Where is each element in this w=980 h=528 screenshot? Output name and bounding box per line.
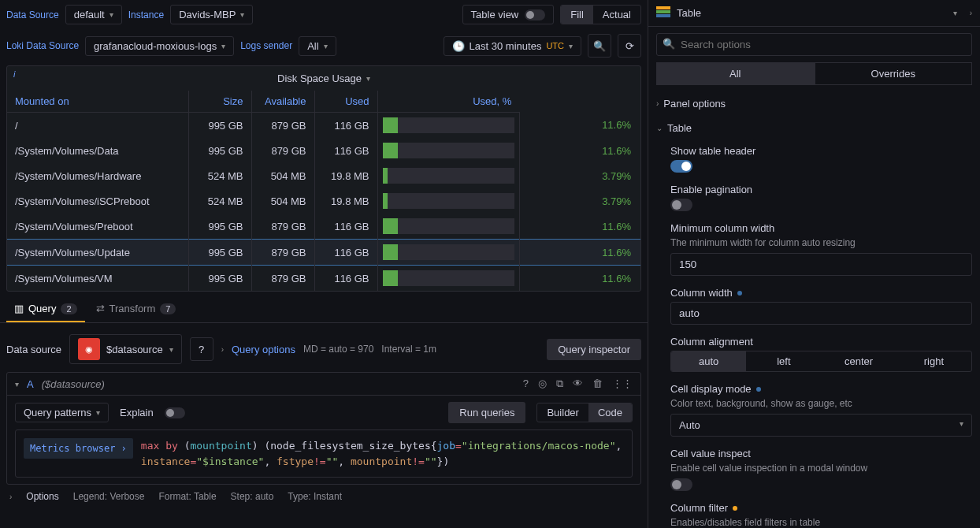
table-viz-icon — [656, 6, 670, 20]
fill-button[interactable]: Fill — [561, 6, 593, 24]
tab-query[interactable]: ▥ Query 2 — [6, 296, 85, 322]
copy-icon[interactable]: ⧉ — [556, 377, 563, 390]
drag-icon[interactable]: ⋮⋮ — [612, 377, 633, 390]
zoom-out-icon[interactable]: 🔍 — [588, 34, 611, 58]
builder-button[interactable]: Builder — [537, 403, 588, 422]
table-row[interactable]: /System/Volumes/Update995 GB879 GB116 GB… — [7, 240, 640, 266]
table-header[interactable]: Size — [188, 91, 251, 113]
col-width-label: Column width — [670, 287, 733, 299]
tab-transform[interactable]: ⇄ Transform 7 — [88, 296, 184, 322]
svg-rect-2 — [656, 14, 670, 17]
time-tz: UTC — [546, 41, 564, 50]
cell-inspect-label: Cell value inspect — [670, 448, 972, 459]
used-cell: 116 GB — [314, 113, 377, 139]
chevron-down-icon[interactable]: ▾ — [15, 380, 19, 389]
table-row[interactable]: /System/Volumes/Data995 GB879 GB116 GB11… — [7, 138, 640, 163]
cell-display-label: Cell display mode — [670, 383, 752, 395]
transform-count-badge: 7 — [160, 303, 176, 314]
options-label[interactable]: Options — [26, 491, 58, 502]
query-ds-select[interactable]: ◉ $datasource ▾ — [69, 334, 182, 364]
col-width-input[interactable] — [670, 302, 972, 325]
used-cell: 116 GB — [314, 266, 377, 292]
legend-label: Legend: Verbose — [73, 491, 145, 502]
chevron-right-icon[interactable]: › — [221, 345, 224, 354]
bar-cell — [377, 138, 519, 163]
avail-cell: 879 GB — [251, 138, 314, 163]
size-cell: 995 GB — [188, 138, 251, 163]
table-header[interactable]: Mounted on — [7, 91, 188, 113]
explain-toggle[interactable] — [165, 407, 185, 418]
min-col-desc: The minimum width for column auto resizi… — [670, 237, 972, 248]
cell-inspect-desc: Enable cell value inspection in a modal … — [670, 463, 972, 474]
query-options-link[interactable]: Query options — [232, 344, 295, 355]
table-row[interactable]: /System/Volumes/VM995 GB879 GB116 GB11.6… — [7, 266, 640, 292]
mount-cell: /System/Volumes/Hardware — [7, 163, 188, 188]
align-auto-button[interactable]: auto — [671, 351, 746, 371]
min-col-label: Minimum column width — [670, 222, 972, 234]
align-left-button[interactable]: left — [746, 351, 821, 371]
mount-cell: /System/Volumes/Update — [7, 240, 188, 266]
table-view-toggle[interactable] — [525, 9, 545, 20]
align-right-button[interactable]: right — [896, 351, 971, 371]
instance-select[interactable]: Davids-MBP ▾ — [170, 5, 253, 24]
cell-inspect-toggle[interactable] — [670, 478, 692, 491]
table-header[interactable]: Available — [251, 91, 314, 113]
time-picker[interactable]: 🕒 Last 30 minutes UTC ▾ — [444, 36, 581, 56]
table-row[interactable]: /System/Volumes/iSCPreboot524 MB504 MB19… — [7, 188, 640, 214]
instance-label[interactable]: Instance — [128, 9, 164, 20]
table-row[interactable]: /System/Volumes/Hardware524 MB504 MB19.8… — [7, 163, 640, 188]
chevron-down-icon[interactable]: ▾ — [366, 74, 370, 83]
ds-help-icon[interactable]: ? — [190, 337, 213, 361]
chevron-down-icon[interactable]: ▾ — [953, 9, 957, 17]
interval-label: Interval = 1m — [381, 344, 436, 355]
refresh-icon[interactable]: ⟳ — [618, 34, 641, 58]
loki-ds-label[interactable]: Loki Data Source — [6, 40, 79, 51]
mount-cell: /System/Volumes/VM — [7, 266, 188, 292]
panel-options-category[interactable]: › Panel options — [656, 91, 972, 116]
align-center-button[interactable]: center — [822, 351, 896, 371]
table-header[interactable]: Used, % — [377, 91, 519, 113]
show-header-toggle[interactable] — [670, 160, 692, 173]
tab-all[interactable]: All — [656, 62, 815, 85]
query-patterns-select[interactable]: Query patterns ▾ — [15, 403, 109, 422]
tab-overrides[interactable]: Overrides — [815, 62, 973, 85]
cell-display-select[interactable]: Auto ▾ — [670, 414, 972, 437]
trash-icon[interactable]: 🗑 — [592, 377, 603, 390]
chevron-right-icon[interactable]: › — [970, 9, 972, 17]
eye-icon[interactable]: 👁 — [573, 377, 583, 390]
avail-cell: 879 GB — [251, 113, 314, 139]
min-col-input[interactable] — [670, 253, 972, 276]
table-row[interactable]: /995 GB879 GB116 GB11.6% — [7, 113, 640, 139]
code-button[interactable]: Code — [588, 403, 632, 422]
disable-icon[interactable]: ◎ — [538, 377, 547, 390]
chevron-down-icon: ▾ — [110, 10, 113, 19]
logs-sender-select[interactable]: All ▾ — [299, 36, 336, 56]
code-editor[interactable]: Metrics browser › max by (mountpoint) (n… — [15, 429, 633, 478]
metrics-browser-button[interactable]: Metrics browser › — [24, 438, 133, 459]
used-cell: 116 GB — [314, 138, 377, 163]
avail-cell: 879 GB — [251, 214, 314, 240]
table-header[interactable]: Used — [314, 91, 377, 113]
logs-sender-label[interactable]: Logs sender — [240, 40, 292, 51]
chevron-down-icon: ▾ — [569, 42, 573, 50]
query-inspector-button[interactable]: Query inspector — [547, 339, 641, 360]
loki-ds-select[interactable]: grafanacloud-moxious-logs ▾ — [85, 36, 234, 56]
disk-table: Mounted onSizeAvailableUsedUsed, % /995 … — [7, 91, 640, 291]
panel-info-icon[interactable]: i — [7, 66, 21, 82]
help-icon[interactable]: ? — [523, 377, 529, 390]
data-source-select[interactable]: default ▾ — [65, 5, 122, 24]
col-filter-label: Column filter — [670, 502, 728, 514]
run-queries-button[interactable]: Run queries — [448, 402, 525, 423]
table-row[interactable]: /System/Volumes/Preboot995 GB879 GB116 G… — [7, 214, 640, 240]
data-source-label[interactable]: Data Source — [6, 9, 59, 20]
pct-cell: 3.79% — [519, 188, 640, 214]
size-cell: 524 MB — [188, 163, 251, 188]
actual-button[interactable]: Actual — [593, 6, 640, 24]
pagination-toggle[interactable] — [670, 199, 692, 211]
col-filter-desc: Enables/disables field filters in table — [670, 517, 972, 528]
search-input[interactable] — [656, 33, 972, 56]
time-label: Last 30 minutes — [470, 40, 542, 52]
chevron-right-icon[interactable]: › — [9, 493, 12, 501]
table-category[interactable]: ⌄ Table — [656, 116, 972, 140]
pct-cell: 11.6% — [519, 113, 640, 139]
